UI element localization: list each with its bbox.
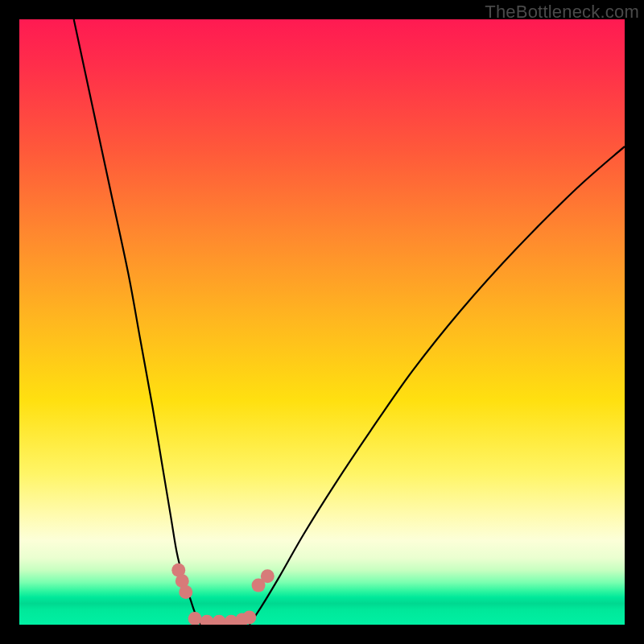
watermark-text: TheBottleneck.com — [485, 2, 639, 23]
plot-frame — [19, 19, 625, 625]
marker-bottom-3 — [213, 615, 226, 625]
marker-bottom-2 — [200, 615, 214, 625]
chart-canvas — [19, 19, 625, 625]
marker-bottom-6 — [242, 610, 256, 624]
marker-left-cluster-3 — [179, 585, 192, 599]
curve-left-curve — [74, 19, 201, 625]
marker-layer — [171, 564, 275, 625]
marker-bottom-1 — [188, 612, 202, 625]
curve-layer — [74, 19, 625, 625]
marker-right-cluster-2 — [261, 569, 275, 583]
curve-right-curve — [250, 147, 625, 625]
